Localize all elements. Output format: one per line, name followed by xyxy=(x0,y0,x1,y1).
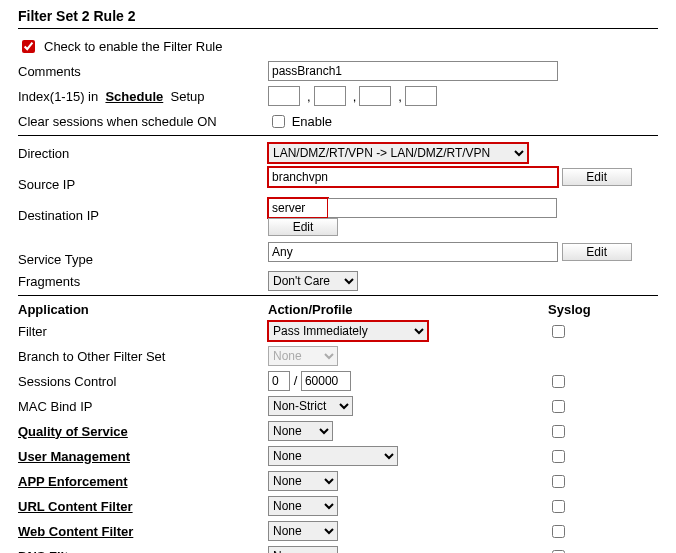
header-syslog: Syslog xyxy=(548,302,591,317)
sessions-slash: / xyxy=(294,373,298,388)
sessions-current-input[interactable] xyxy=(268,371,290,391)
dest-ip-input-rest[interactable] xyxy=(328,198,557,218)
direction-select[interactable]: LAN/DMZ/RT/VPN -> LAN/DMZ/RT/VPN xyxy=(268,143,528,163)
web-filter-select[interactable]: None xyxy=(268,521,338,541)
comments-input[interactable] xyxy=(268,61,558,81)
dns-syslog-checkbox[interactable] xyxy=(552,550,565,554)
enable-filter-rule-label: Check to enable the Filter Rule xyxy=(44,39,222,54)
page-title: Filter Set 2 Rule 2 xyxy=(18,8,658,24)
fragments-select[interactable]: Don't Care xyxy=(268,271,358,291)
app-enforcement-select[interactable]: None xyxy=(268,471,338,491)
qos-syslog-checkbox[interactable] xyxy=(552,425,565,438)
mac-syslog-checkbox[interactable] xyxy=(552,400,565,413)
filter-syslog-checkbox[interactable] xyxy=(552,325,565,338)
schedule-idx-2[interactable] xyxy=(314,86,346,106)
sessions-max-input[interactable] xyxy=(301,371,351,391)
dns-filter-select[interactable]: None xyxy=(268,546,338,553)
source-ip-label: Source IP xyxy=(18,167,268,192)
source-ip-input[interactable] xyxy=(268,167,558,187)
service-type-label: Service Type xyxy=(18,242,268,267)
mac-bind-select[interactable]: Non-Strict xyxy=(268,396,353,416)
service-type-edit-button[interactable]: Edit xyxy=(562,243,632,261)
branch-select: None xyxy=(268,346,338,366)
schedule-idx-3[interactable] xyxy=(359,86,391,106)
app-syslog-checkbox[interactable] xyxy=(552,475,565,488)
filter-action-select[interactable]: Pass Immediately xyxy=(268,321,428,341)
url-filter-link[interactable]: URL Content Filter xyxy=(18,499,268,514)
clear-sessions-enable-checkbox[interactable] xyxy=(272,115,285,128)
header-action-profile: Action/Profile xyxy=(268,302,548,317)
clear-sessions-label: Clear sessions when schedule ON xyxy=(18,114,268,129)
divider xyxy=(18,28,658,29)
source-ip-edit-button[interactable]: Edit xyxy=(562,168,632,186)
schedule-idx-1[interactable] xyxy=(268,86,300,106)
user-syslog-checkbox[interactable] xyxy=(552,450,565,463)
user-mgmt-select[interactable]: None xyxy=(268,446,398,466)
clear-sessions-enable-text: Enable xyxy=(292,114,332,129)
sessions-control-label: Sessions Control xyxy=(18,374,268,389)
branch-label: Branch to Other Filter Set xyxy=(18,349,268,364)
direction-label: Direction xyxy=(18,146,268,161)
fragments-label: Fragments xyxy=(18,274,268,289)
qos-link[interactable]: Quality of Service xyxy=(18,424,268,439)
service-type-input[interactable] xyxy=(268,242,558,262)
mac-bind-label: MAC Bind IP xyxy=(18,399,268,414)
filter-label: Filter xyxy=(18,324,268,339)
divider xyxy=(18,295,658,296)
header-application: Application xyxy=(18,302,268,317)
qos-select[interactable]: None xyxy=(268,421,333,441)
dest-ip-input-hl[interactable] xyxy=(268,198,328,218)
dns-filter-link[interactable]: DNS Filter xyxy=(18,549,268,554)
dest-ip-label: Destination IP xyxy=(18,198,268,223)
sessions-syslog-checkbox[interactable] xyxy=(552,375,565,388)
index-label-a: Index(1-15) in xyxy=(18,89,98,104)
app-enforcement-link[interactable]: APP Enforcement xyxy=(18,474,268,489)
divider xyxy=(18,135,658,136)
url-syslog-checkbox[interactable] xyxy=(552,500,565,513)
index-label-b: Setup xyxy=(170,89,204,104)
url-filter-select[interactable]: None xyxy=(268,496,338,516)
user-mgmt-link[interactable]: User Management xyxy=(18,449,268,464)
dest-ip-edit-button[interactable]: Edit xyxy=(268,218,338,236)
schedule-link[interactable]: Schedule xyxy=(105,89,163,104)
comments-label: Comments xyxy=(18,64,268,79)
web-syslog-checkbox[interactable] xyxy=(552,525,565,538)
schedule-idx-4[interactable] xyxy=(405,86,437,106)
enable-filter-rule-checkbox[interactable] xyxy=(22,40,35,53)
web-filter-link[interactable]: Web Content Filter xyxy=(18,524,268,539)
